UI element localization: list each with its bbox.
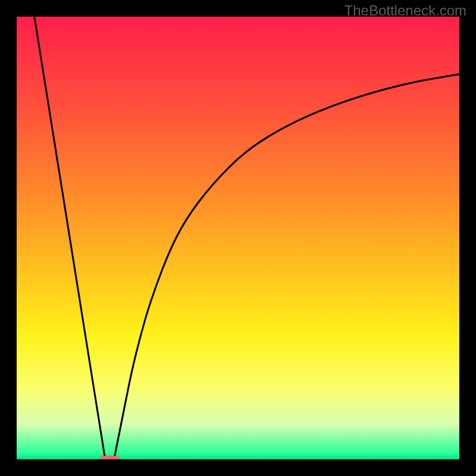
bottleneck-chart [17,17,459,459]
watermark-text: TheBottleneck.com [345,2,466,19]
chart-background [17,17,459,459]
chart-frame [17,17,459,459]
minimum-marker [99,456,120,459]
